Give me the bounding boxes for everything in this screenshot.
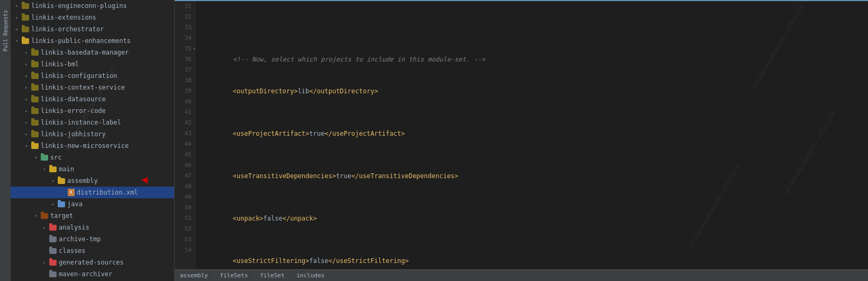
- tree-item-analysis[interactable]: analysis: [11, 222, 174, 233]
- arrow-src: [32, 155, 40, 160]
- tag-close-36: </useStrictFiltering>: [328, 257, 409, 265]
- breadcrumb-fileset[interactable]: fileSet: [260, 272, 284, 279]
- tree-item-new-microservice[interactable]: linkis-new-microservice: [11, 140, 174, 152]
- folder-icon-archive-tmp: [49, 235, 57, 243]
- folder-icon-datasource: [31, 95, 39, 103]
- tree-item-instance-label[interactable]: linkis-instance-label: [11, 117, 174, 128]
- arrow-extensions: [13, 15, 21, 20]
- label-classes: classes: [59, 247, 86, 254]
- line-numbers: 31 32 33 34 35 36 37 38 39 40 41 42 43 4…: [175, 1, 196, 269]
- tree-item-main[interactable]: main: [11, 163, 174, 175]
- text-32: lib: [298, 87, 310, 95]
- pull-requests-tab[interactable]: Pull Requests: [2, 8, 10, 54]
- folder-icon-extensions: [21, 13, 30, 22]
- label-orchestrator: linkis-orchestrator: [31, 25, 104, 33]
- label-assembly: assembly: [67, 177, 98, 185]
- label-bml: linkis-bml: [41, 60, 79, 68]
- label-instance: linkis-instance-label: [41, 119, 121, 126]
- breadcrumb-assembly[interactable]: assembly: [180, 272, 208, 279]
- folder-icon-assembly: [57, 177, 66, 185]
- status-bar: assembly › fileSets › fileSet › includes: [175, 269, 868, 281]
- folder-icon-classes: [49, 247, 57, 255]
- tag-open-34: <useTransitiveDependencies>: [233, 172, 336, 180]
- arrow-public-enhancements: [13, 38, 21, 43]
- folder-icon-configuration: [31, 72, 39, 80]
- arrow-configuration: [22, 73, 31, 78]
- tree-item-distribution-xml[interactable]: X distribution.xml: [11, 187, 174, 198]
- arrow-new-microservice: [22, 143, 31, 148]
- label-extensions: linkis-extensions: [31, 14, 96, 21]
- tree-item-classes[interactable]: classes: [11, 245, 174, 257]
- code-line-35: <unpack>false</unpack>: [200, 203, 868, 213]
- breadcrumb-includes[interactable]: includes: [296, 272, 324, 279]
- folder-icon-bml: [31, 60, 39, 68]
- tag-open-35: <unpack>: [233, 215, 264, 222]
- label-context: linkis-context-service: [41, 84, 125, 91]
- folder-icon-engineconn-plugins: [21, 2, 30, 10]
- folder-icon-error: [31, 107, 39, 115]
- arrow-bml: [22, 62, 31, 67]
- tree-item-public-enhancements[interactable]: linkis-public-enhancements: [11, 35, 174, 47]
- tag-open-36: <useStrictFiltering>: [233, 257, 310, 265]
- label-src: src: [50, 154, 62, 161]
- folder-icon-basedata: [31, 48, 39, 57]
- tree-item-extensions[interactable]: linkis-extensions: [11, 12, 174, 23]
- tree-item-datasource[interactable]: linkis-datasource: [11, 93, 174, 105]
- label-maven-archiver: maven-archiver: [59, 270, 112, 278]
- label-new-microservice: linkis-new-microservice: [41, 142, 129, 150]
- label-public-enhancements: linkis-public-enhancements: [31, 37, 131, 45]
- tree-item-orchestrator[interactable]: linkis-orchestrator: [11, 23, 174, 35]
- code-line-33: <useProjectArtifact>true</useProjectArti…: [200, 118, 868, 128]
- tree-item-target[interactable]: target: [11, 210, 174, 222]
- tree-item-basedata-manager[interactable]: linkis-basedata-manager: [11, 47, 174, 58]
- arrow-engineconn-plugins: [13, 3, 21, 8]
- folder-icon-generated: [49, 258, 57, 267]
- label-main: main: [59, 165, 74, 173]
- folder-icon-analysis: [49, 223, 57, 232]
- tree-item-bml[interactable]: linkis-bml: [11, 58, 174, 70]
- folder-icon-java: [57, 200, 66, 208]
- text-36: false: [309, 257, 328, 265]
- tag-open-33: <useProjectArtifact>: [233, 130, 310, 137]
- annotation-arrow: [141, 177, 148, 183]
- tree-item-engineconn-plugins[interactable]: linkis-engineconn-plugins: [11, 0, 174, 12]
- tree-item-error-code[interactable]: linkis-error-code: [11, 105, 174, 117]
- folder-icon-public-enhancements: [21, 37, 30, 45]
- breadcrumb-filesets[interactable]: fileSets: [220, 272, 248, 279]
- folder-icon-orchestrator: [21, 25, 30, 33]
- left-side-panel: Pull Requests: [0, 0, 11, 281]
- folder-icon-instance: [31, 118, 39, 127]
- breadcrumb-sep-3: ›: [289, 272, 293, 279]
- folder-icon-src: [40, 153, 49, 162]
- tree-item-generated-sources[interactable]: generated-sources: [11, 257, 174, 268]
- tree-item-java[interactable]: java: [11, 198, 174, 210]
- tree-item-configuration[interactable]: linkis-configuration: [11, 70, 174, 82]
- arrow-analysis: [40, 225, 49, 230]
- tree-item-src[interactable]: src: [11, 152, 174, 163]
- arrow-error: [22, 108, 31, 113]
- tree-item-context-service[interactable]: linkis-context-service: [11, 82, 174, 93]
- arrow-orchestrator: [13, 27, 21, 32]
- tree-item-jobhistory[interactable]: linkis-jobhistory: [11, 128, 174, 140]
- folder-icon-main: [49, 165, 57, 173]
- editor-scroll-area[interactable]: VFI NBI INCHENGOA1 · 2022-11-15 VFI NBI …: [175, 1, 868, 269]
- tree-item-archive-tmp[interactable]: archive-tmp: [11, 233, 174, 245]
- arrow-target: [32, 213, 40, 218]
- folder-icon-jobhistory: [31, 130, 39, 138]
- label-basedata: linkis-basedata-manager: [41, 49, 129, 56]
- label-analysis: analysis: [59, 224, 89, 231]
- arrow-context: [22, 85, 31, 90]
- code-line-31: ▾ <!-- Now, select which projects to inc…: [200, 33, 868, 43]
- comment-31: <!-- Now, select which projects to inclu…: [233, 56, 485, 63]
- tree-item-assembly[interactable]: assembly: [11, 175, 174, 187]
- tag-close-32: </outputDirectory>: [309, 87, 378, 95]
- label-engineconn-plugins: linkis-engineconn-plugins: [31, 2, 127, 10]
- label-configuration: linkis-configuration: [41, 72, 117, 80]
- label-jobhistory: linkis-jobhistory: [41, 130, 106, 138]
- folder-icon-context: [31, 83, 39, 92]
- tree-item-maven-archiver[interactable]: maven-archiver: [11, 268, 174, 280]
- tag-close-34: </useTransitiveDependencies>: [351, 172, 458, 180]
- code-line-36: <useStrictFiltering>false</useStrictFilt…: [200, 245, 868, 256]
- arrow-generated: [40, 260, 49, 265]
- folder-icon-new-microservice: [31, 142, 39, 150]
